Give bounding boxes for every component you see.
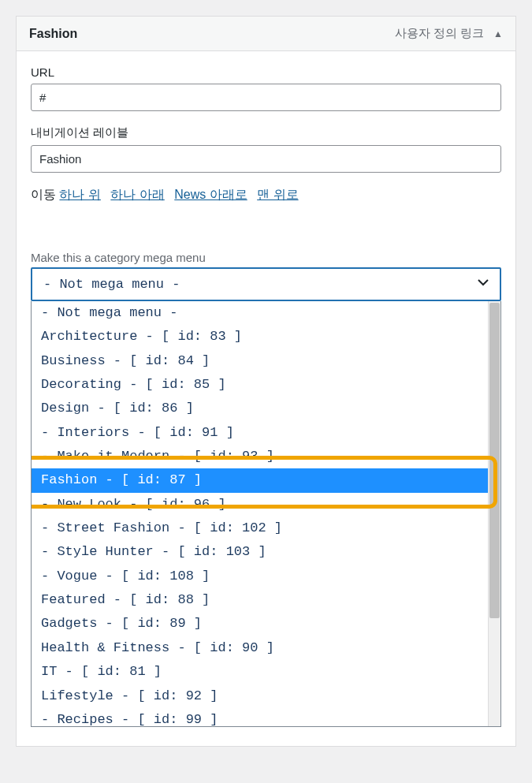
- dropdown-option[interactable]: - Recipes - [ id: 99 ]: [32, 708, 500, 727]
- nav-label-label: 내비게이션 레이블: [31, 125, 501, 140]
- chevron-down-icon: [478, 277, 489, 292]
- mega-menu-select[interactable]: - Not mega menu -: [31, 267, 501, 301]
- mega-menu-select-wrapper: - Not mega menu - - Not mega menu -Archi…: [31, 267, 501, 727]
- move-under-link[interactable]: News 아래로: [174, 188, 247, 201]
- dropdown-option[interactable]: Featured - [ id: 88 ]: [32, 588, 500, 612]
- dropdown-option[interactable]: - Street Fashion - [ id: 102 ]: [32, 516, 500, 540]
- panel-title: Fashion: [29, 27, 77, 41]
- mega-menu-label: Make this a category mega menu: [31, 251, 501, 264]
- dropdown-option[interactable]: Decorating - [ id: 85 ]: [32, 373, 500, 397]
- dropdown-option[interactable]: - Style Hunter - [ id: 103 ]: [32, 540, 500, 564]
- dropdown-option[interactable]: Health & Fitness - [ id: 90 ]: [32, 636, 500, 660]
- url-field-group: URL: [31, 65, 501, 111]
- dropdown-option[interactable]: - Not mega menu -: [32, 301, 500, 325]
- mega-menu-selected-text: - Not mega menu -: [43, 277, 180, 292]
- dropdown-option[interactable]: Lifestyle - [ id: 92 ]: [32, 684, 500, 708]
- dropdown-option[interactable]: Design - [ id: 86 ]: [32, 397, 500, 420]
- move-up-link[interactable]: 하나 위: [59, 188, 100, 201]
- dropdown-option[interactable]: Architecture - [ id: 83 ]: [32, 325, 500, 349]
- move-row: 이동 하나 위 하나 아래 News 아래로 맨 위로: [31, 187, 501, 203]
- dropdown-option[interactable]: IT - [ id: 81 ]: [32, 660, 500, 684]
- dropdown-option[interactable]: Fashion - [ id: 87 ]: [32, 468, 500, 492]
- panel-body: URL 내비게이션 레이블 이동 하나 위 하나 아래 News 아래로 맨 위…: [17, 51, 515, 746]
- panel-header-right: 사용자 정의 링크 ▲: [395, 26, 503, 41]
- scrollbar-thumb[interactable]: [489, 303, 500, 618]
- dropdown-option[interactable]: - Vogue - [ id: 108 ]: [32, 565, 500, 588]
- collapse-up-icon[interactable]: ▲: [493, 28, 503, 39]
- dropdown-option[interactable]: - Interiors - [ id: 91 ]: [32, 421, 500, 445]
- move-label: 이동: [31, 188, 56, 201]
- nav-label-field-group: 내비게이션 레이블: [31, 125, 501, 173]
- nav-label-input[interactable]: [31, 145, 501, 173]
- panel-header[interactable]: Fashion 사용자 정의 링크 ▲: [17, 17, 515, 51]
- menu-item-panel: Fashion 사용자 정의 링크 ▲ URL 내비게이션 레이블 이동 하나 …: [16, 16, 516, 747]
- scrollbar-track[interactable]: [488, 301, 500, 726]
- dropdown-option[interactable]: Gadgets - [ id: 89 ]: [32, 612, 500, 636]
- move-down-link[interactable]: 하나 아래: [110, 188, 164, 201]
- url-input[interactable]: [31, 84, 501, 111]
- panel-type-label: 사용자 정의 링크: [395, 26, 484, 41]
- dropdown-option[interactable]: - Make it Modern - [ id: 93 ]: [32, 445, 500, 468]
- dropdown-option[interactable]: - New Look - [ id: 96 ]: [32, 493, 500, 516]
- mega-menu-dropdown[interactable]: - Not mega menu -Architecture - [ id: 83…: [31, 301, 501, 727]
- move-top-link[interactable]: 맨 위로: [257, 188, 298, 201]
- dropdown-option[interactable]: Business - [ id: 84 ]: [32, 349, 500, 373]
- url-label: URL: [31, 65, 501, 79]
